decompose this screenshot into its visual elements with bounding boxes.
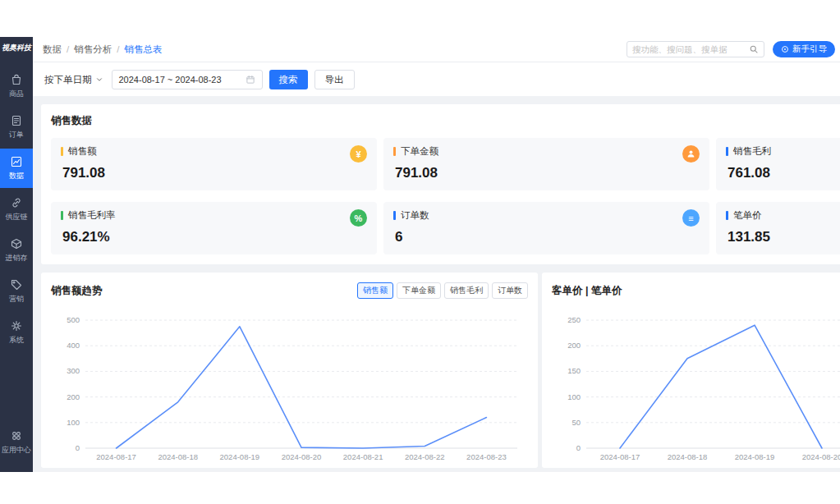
date-type-select[interactable]: 按下单日期: [43, 74, 105, 86]
svg-text:250: 250: [567, 315, 581, 324]
breadcrumb-item[interactable]: 数据: [43, 44, 62, 56]
order-icon: [10, 114, 23, 127]
guide-button-label: 新手引导: [792, 44, 827, 55]
guide-icon: [781, 45, 789, 53]
stat-value: 6: [393, 229, 700, 245]
accent-bar: [726, 211, 728, 220]
app-logo: 视奥科技: [2, 43, 31, 53]
chart-title: 销售额趋势: [51, 284, 103, 298]
main-content: 销售数据 销售额 ¥ 791.08 下单金额 791.08: [33, 96, 840, 472]
svg-text:100: 100: [567, 392, 581, 401]
tab-order-count[interactable]: 订单数: [492, 282, 528, 299]
search-box[interactable]: [627, 41, 764, 57]
accent-bar: [726, 147, 728, 156]
stat-card-gross-profit: 销售毛利 761.08: [716, 138, 840, 190]
svg-text:2024-08-23: 2024-08-23: [466, 452, 507, 461]
tab-sales-amount[interactable]: 销售额: [357, 282, 393, 299]
stat-label: 销售额: [68, 145, 97, 158]
date-range-input[interactable]: 2024-08-17 ~ 2024-08-23: [112, 70, 263, 89]
sidebar-item-label: 营销: [9, 294, 24, 305]
date-range-value: 2024-08-17 ~ 2024-08-23: [119, 75, 246, 85]
sidebar-item-label: 商品: [9, 89, 24, 99]
sidebar-item-products[interactable]: 商品: [0, 66, 33, 106]
box-icon: [10, 237, 23, 250]
svg-text:2024-08-21: 2024-08-21: [343, 452, 383, 461]
accent-bar: [61, 211, 63, 220]
sidebar-item-system[interactable]: 系统: [0, 313, 33, 352]
breadcrumb-separator: /: [67, 44, 69, 54]
breadcrumb-separator: /: [117, 44, 119, 54]
stat-card-sales-amount: 销售额 ¥ 791.08: [51, 138, 377, 190]
price-line-chart: 0501001502002502024-08-172024-08-182024-…: [552, 305, 840, 461]
stat-card-gross-margin: 销售毛利率 % 96.21%: [51, 202, 377, 254]
stat-value: 761.08: [726, 165, 840, 181]
sidebar-item-label: 应用中心: [2, 445, 31, 456]
percent-icon: %: [350, 209, 367, 227]
svg-text:2024-08-17: 2024-08-17: [96, 452, 136, 461]
stat-value: 131.85: [726, 229, 840, 245]
sidebar-nav: 商品 订单 数据 供应链 进销存 营销 系统: [0, 66, 33, 354]
sidebar-item-label: 系统: [9, 335, 24, 346]
stat-card-order-count: 订单数 ≡ 6: [383, 202, 709, 254]
svg-text:2024-08-17: 2024-08-17: [600, 452, 640, 461]
svg-text:2024-08-18: 2024-08-18: [668, 452, 708, 461]
list-icon: ≡: [682, 209, 700, 227]
svg-text:0: 0: [576, 443, 581, 452]
sales-trend-line-chart: 01002003004005002024-08-172024-08-182024…: [51, 305, 527, 461]
filter-bar: 按下单日期 2024-08-17 ~ 2024-08-23 搜索 导出: [33, 63, 840, 96]
accent-bar: [393, 147, 396, 156]
bag-icon: [10, 73, 23, 86]
tab-order-amount[interactable]: 下单金额: [397, 282, 441, 299]
chart-metric-tabs: 销售额 下单金额 销售毛利 订单数: [357, 282, 528, 299]
sidebar-item-app-center[interactable]: 应用中心: [0, 429, 33, 456]
section-title: 销售数据: [51, 114, 840, 128]
stat-label: 笔单价: [733, 209, 762, 222]
svg-text:0: 0: [76, 443, 80, 452]
sales-trend-panel: 销售额趋势 销售额 下单金额 销售毛利 订单数 0100200300400500…: [41, 273, 538, 468]
stat-label: 销售毛利: [733, 145, 771, 158]
breadcrumb-item[interactable]: 销售分析: [74, 44, 112, 56]
chevron-down-icon: [95, 76, 103, 84]
svg-text:2024-08-20: 2024-08-20: [802, 452, 840, 461]
stat-label: 销售毛利率: [68, 209, 116, 222]
date-type-label: 按下单日期: [44, 74, 92, 86]
gear-icon: [10, 319, 23, 332]
user-icon: [682, 145, 700, 163]
sidebar-item-orders[interactable]: 订单: [0, 108, 33, 147]
search-icon[interactable]: [749, 44, 759, 54]
stat-label: 订单数: [401, 209, 429, 222]
sidebar-item-data[interactable]: 数据: [0, 149, 33, 188]
apps-icon: [10, 429, 23, 442]
svg-text:100: 100: [67, 418, 80, 427]
breadcrumb-item-current: 销售总表: [124, 44, 162, 56]
svg-text:2024-08-20: 2024-08-20: [282, 452, 322, 461]
topbar-right: 新手引导: [627, 41, 835, 57]
svg-text:200: 200: [67, 392, 80, 401]
breadcrumb: 数据 / 销售分析 / 销售总表: [43, 44, 162, 56]
guide-button[interactable]: 新手引导: [773, 41, 835, 57]
chain-icon: [10, 196, 23, 209]
chart-icon: [10, 155, 23, 168]
sidebar-item-supply-chain[interactable]: 供应链: [0, 190, 33, 229]
sidebar-item-label: 订单: [9, 130, 24, 140]
stat-value: 791.08: [61, 165, 367, 181]
accent-bar: [393, 211, 396, 220]
svg-text:500: 500: [67, 315, 80, 324]
stat-card-order-amount: 下单金额 791.08: [383, 138, 709, 190]
export-button[interactable]: 导出: [314, 70, 355, 89]
stat-card-avg-order-price: 笔单价 131.85: [716, 202, 840, 254]
search-input[interactable]: [632, 44, 749, 54]
sidebar-item-label: 进销存: [6, 253, 28, 263]
sidebar-item-label: 数据: [9, 171, 24, 181]
sidebar-item-label: 供应链: [6, 212, 28, 222]
topbar: 数据 / 销售分析 / 销售总表 新手引导: [33, 37, 840, 62]
tab-gross-profit[interactable]: 销售毛利: [444, 282, 489, 299]
sidebar-item-marketing[interactable]: 营销: [0, 272, 33, 311]
svg-text:150: 150: [567, 366, 581, 375]
search-button[interactable]: 搜索: [269, 70, 308, 89]
accent-bar: [61, 147, 63, 156]
svg-text:2024-08-22: 2024-08-22: [405, 452, 445, 461]
sidebar-item-inventory[interactable]: 进销存: [0, 231, 33, 270]
svg-text:2024-08-19: 2024-08-19: [220, 452, 260, 461]
svg-text:2024-08-18: 2024-08-18: [158, 452, 198, 461]
